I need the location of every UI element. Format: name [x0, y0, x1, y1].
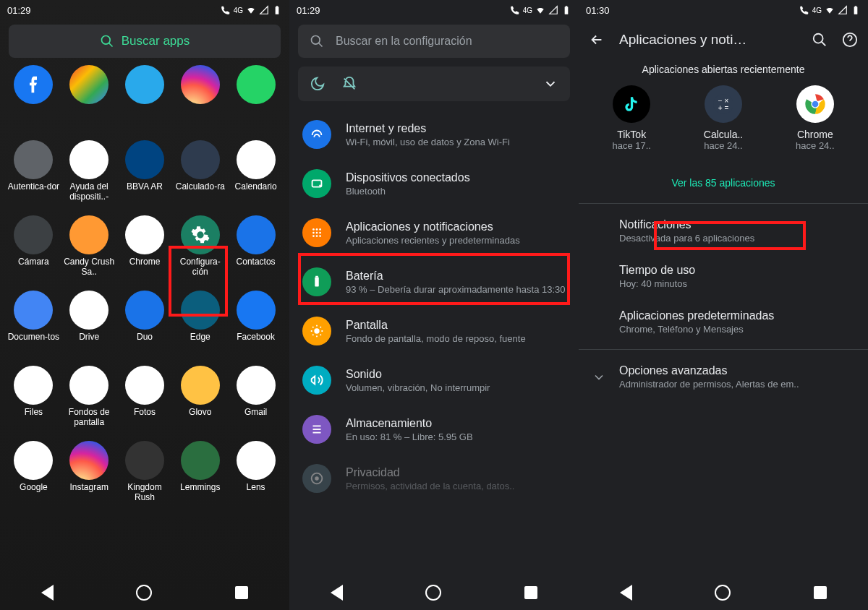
app-icon [14, 140, 53, 179]
app-icon [181, 65, 220, 104]
app-kingdom-rush[interactable]: Kingdom Rush [117, 441, 173, 507]
app-facebook[interactable]: Facebook [228, 291, 284, 357]
app-instagram[interactable]: Instagram [61, 441, 117, 507]
recent-app-tiktok[interactable]: TikTok hace 17.. [612, 85, 651, 151]
app-label: Documen-tos [8, 332, 59, 343]
settings-row-bater-a[interactable]: Batería 93 % – Debería durar aproximadam… [289, 257, 579, 306]
svg-rect-1 [276, 6, 278, 7]
nav-recents[interactable] [814, 586, 827, 599]
settings-row-almacenamiento[interactable]: Almacenamiento En uso: 81 % – Libre: 5.9… [289, 405, 579, 454]
settings-row-title: Aplicaciones y notificaciones [346, 220, 566, 233]
battery-icon [851, 5, 861, 15]
svg-point-19 [314, 328, 319, 333]
app-grid: Autentica-dorAyuda del dispositi..-BBVA … [0, 65, 289, 507]
settings-row-text: Internet y redes Wi-Fi, móvil, uso de da… [346, 122, 566, 147]
apps-setting-tiempo-de-uso[interactable]: Tiempo de uso Hoy: 40 minutos [579, 254, 868, 299]
app-edge[interactable]: Edge [172, 291, 228, 357]
moon-icon[interactable] [310, 76, 326, 92]
apps-setting-aplicaciones-predeterminadas[interactable]: Aplicaciones predeterminadas Chrome, Tel… [579, 299, 868, 345]
app-fotos[interactable]: Fotos [117, 366, 173, 432]
recent-app-icon [796, 85, 834, 123]
app-calendario[interactable]: Calendario [228, 140, 284, 207]
app-icon [237, 366, 276, 405]
quick-toggles[interactable] [298, 66, 570, 101]
apps-setting-notificaciones[interactable]: Notificaciones Desactivada para 6 aplica… [579, 208, 868, 254]
settings-row-privacidad[interactable]: Privacidad Permisos, actividad de la cue… [289, 454, 579, 503]
app-autentica-dor[interactable]: Autentica-dor [6, 140, 61, 207]
app-files[interactable]: Files [6, 366, 61, 432]
settings-row-internet-y-redes[interactable]: Internet y redes Wi-Fi, móvil, uso de da… [289, 110, 579, 159]
see-all-apps[interactable]: Ver las 85 aplicaciones [579, 167, 868, 199]
search-apps[interactable]: Buscar apps [9, 25, 281, 58]
help-icon[interactable] [842, 32, 858, 48]
app-label: Fotos [134, 408, 156, 418]
battery-icon [272, 5, 282, 15]
app-calculado-ra[interactable]: Calculado-ra [172, 140, 228, 207]
nav-back[interactable] [41, 585, 54, 601]
app-label: Calendario [235, 182, 277, 192]
svg-point-15 [316, 235, 318, 237]
app-label: Cámara [18, 257, 49, 267]
nav-back[interactable] [331, 585, 343, 601]
status-time: 01:29 [7, 5, 31, 16]
recent-app-calcula..[interactable]: − ×+ = Calcula.. hace 24.. [704, 85, 743, 151]
app-icon [14, 441, 53, 480]
app-c-mara[interactable]: Cámara [6, 215, 61, 282]
app-lens[interactable]: Lens [228, 441, 284, 507]
app-icon [14, 215, 53, 254]
settings-row-title: Privacidad [346, 466, 566, 479]
app-duo[interactable]: Duo [117, 291, 173, 357]
app-row3[interactable] [172, 65, 228, 132]
recent-app-time: hace 24.. [796, 140, 835, 151]
app-bbva-ar[interactable]: BBVA AR [117, 140, 173, 207]
app-row2[interactable] [117, 65, 173, 132]
settings-row-sonido[interactable]: Sonido Volumen, vibración, No interrumpi… [289, 356, 579, 405]
settings-row-dispositivos-conectados[interactable]: Dispositivos conectados Bluetooth [289, 159, 579, 208]
app-chrome[interactable]: Chrome [117, 215, 173, 282]
chevron-down-icon[interactable] [542, 76, 558, 92]
status-bar: 01:29 4G [289, 0, 579, 20]
bell-off-icon[interactable] [341, 76, 357, 92]
screen-app-drawer: 01:29 4G Buscar apps Autentica-dorAyuda … [0, 0, 289, 610]
nav-home[interactable] [136, 585, 152, 601]
app-label: Drive [79, 332, 99, 343]
recent-app-time: hace 24.. [704, 140, 743, 151]
app-glovo[interactable]: Glovo [172, 366, 228, 432]
app-ayuda-del-dispositi-[interactable]: Ayuda del dispositi..- [61, 140, 117, 207]
svg-point-5 [312, 36, 320, 45]
nav-back[interactable] [620, 585, 632, 601]
settings-row-icon [302, 267, 331, 296]
app-gmail[interactable]: Gmail [228, 366, 284, 432]
item-title: Notificaciones [619, 218, 852, 231]
app-fondos-de-pantalla[interactable]: Fondos de pantalla [61, 366, 117, 432]
settings-row-title: Sonido [346, 368, 566, 381]
recent-app-chrome[interactable]: Chrome hace 24.. [796, 85, 835, 151]
app-documen-tos[interactable]: Documen-tos [6, 291, 61, 357]
nav-recents[interactable] [524, 586, 537, 599]
apps-setting-opciones-avanzadas[interactable]: Opciones avanzadas Administrador de perm… [579, 354, 868, 400]
back-arrow-icon[interactable] [589, 32, 605, 48]
app-row0[interactable] [6, 65, 61, 132]
app-candy-crush-sa-[interactable]: Candy Crush Sa.. [61, 215, 117, 282]
settings-row-aplicaciones-y-notificaciones[interactable]: Aplicaciones y notificaciones Aplicacion… [289, 208, 579, 257]
nav-home[interactable] [715, 585, 731, 601]
app-google[interactable]: Google [6, 441, 61, 507]
app-drive[interactable]: Drive [61, 291, 117, 357]
phone-icon [799, 5, 809, 15]
app-configura-ci-n[interactable]: Configura-ción [172, 215, 228, 282]
settings-search[interactable]: Buscar en la configuración [298, 25, 570, 58]
search-icon[interactable] [812, 32, 827, 48]
app-label: Files [25, 408, 43, 418]
svg-point-24 [315, 476, 319, 481]
settings-row-desc: Permisos, actividad de la cuenta, datos.… [346, 481, 566, 491]
app-contactos[interactable]: Contactos [228, 215, 284, 282]
app-row1[interactable] [61, 65, 117, 132]
app-lemmings[interactable]: Lemmings [172, 441, 228, 507]
status-time: 01:30 [586, 5, 610, 16]
settings-search-placeholder: Buscar en la configuración [336, 35, 472, 48]
settings-row-icon [302, 218, 331, 247]
settings-row-pantalla[interactable]: Pantalla Fondo de pantalla, modo de repo… [289, 306, 579, 356]
nav-home[interactable] [425, 585, 441, 601]
nav-recents[interactable] [235, 586, 248, 599]
app-row4[interactable] [228, 65, 284, 132]
